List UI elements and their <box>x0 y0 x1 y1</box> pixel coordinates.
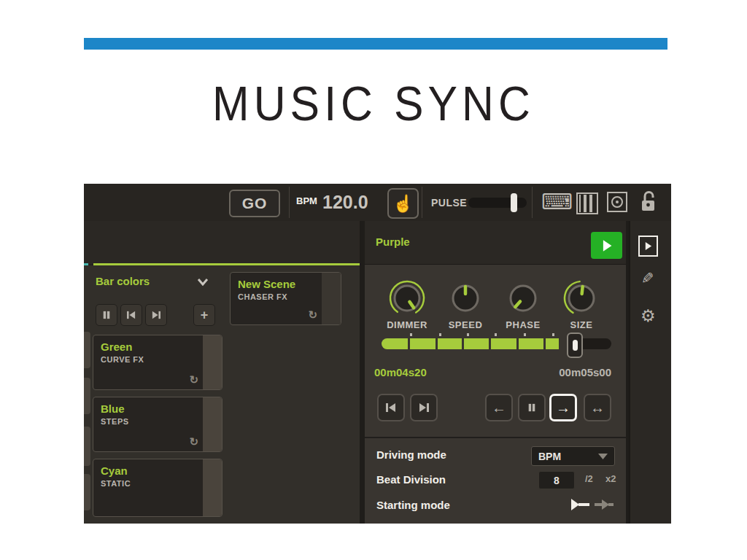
unlock-icon[interactable] <box>639 189 658 214</box>
bounce-mode-button[interactable]: ↔ <box>584 394 611 421</box>
bpm-label: BPM <box>296 195 317 206</box>
total-time: 00m05s00 <box>492 366 611 378</box>
divide-by-two-button[interactable]: /2 <box>585 473 593 484</box>
loop-icon[interactable]: ↻ <box>189 435 198 448</box>
group-title[interactable]: Bar colors <box>96 275 150 287</box>
skip-forward-icon <box>151 311 161 319</box>
pause-button[interactable] <box>518 394 546 421</box>
knob-label: PHASE <box>494 319 552 330</box>
loop-icon[interactable]: ↻ <box>189 373 198 386</box>
scene-subtitle: CURVE FX <box>101 355 144 364</box>
scene-card-strip <box>203 335 222 389</box>
clipped-scene-fragment <box>84 332 90 368</box>
beat-tick <box>524 333 526 336</box>
arrow-left-icon: ← <box>492 400 506 415</box>
pulse-slider[interactable] <box>468 198 527 208</box>
driving-mode-label: Driving mode <box>376 448 446 461</box>
group-pause-button[interactable] <box>96 304 117 326</box>
pulse-label: PULSE <box>431 197 467 209</box>
beat-division-value[interactable]: 8 <box>538 471 575 489</box>
play-backward-button[interactable]: ← <box>485 394 513 421</box>
toolbar: GO BPM 120.0 ☝ PULSE ⌨ <box>84 184 671 222</box>
elapsed-time: 00m04s20 <box>374 366 427 378</box>
skip-end-button[interactable] <box>410 394 438 421</box>
size-knob[interactable] <box>560 277 603 322</box>
settings-gear-icon[interactable]: ⚙ <box>640 306 656 326</box>
section-divider <box>365 437 626 438</box>
progress-segment <box>491 338 516 349</box>
speed-knob[interactable] <box>444 277 487 322</box>
loop-icon[interactable]: ↻ <box>308 308 317 322</box>
effect-title: Purple <box>376 236 410 248</box>
midi-piano-icon[interactable] <box>576 192 598 214</box>
go-button[interactable]: GO <box>229 190 280 217</box>
timeline-progress-bar[interactable] <box>382 338 567 349</box>
scene-card-strip <box>203 459 222 516</box>
group-next-button[interactable] <box>145 304 167 326</box>
playhead-pill <box>573 340 578 351</box>
scene-subtitle: STEPS <box>101 417 129 426</box>
go-button-label: GO <box>242 195 268 212</box>
scene-card-cyan[interactable]: Cyan STATIC <box>93 459 222 517</box>
skip-start-button[interactable] <box>377 394 405 421</box>
chevron-down-icon[interactable] <box>197 279 209 286</box>
skip-forward-icon <box>418 402 430 413</box>
speaker-dot <box>616 201 619 203</box>
edit-pencil-icon[interactable]: ✎ <box>641 270 654 287</box>
scene-subtitle: STATIC <box>101 479 131 488</box>
progress-segment <box>382 338 408 349</box>
start-on-beat-icon[interactable] <box>571 499 590 510</box>
knob-label: SIZE <box>552 319 611 330</box>
pulse-slider-thumb[interactable] <box>511 193 517 212</box>
scene-list-panel: Bar colors + <box>84 265 360 524</box>
group-previous-button[interactable] <box>120 304 142 326</box>
caret-down-icon <box>598 454 608 459</box>
pause-icon <box>102 311 111 319</box>
music-sync-app-screenshot: GO BPM 120.0 ☝ PULSE ⌨ <box>84 184 671 524</box>
play-icon <box>600 239 614 252</box>
scene-card-blue[interactable]: Blue STEPS ↻ <box>93 397 222 452</box>
clipped-scene-fragment <box>84 474 90 510</box>
beat-division-label: Beat Division <box>376 473 446 486</box>
play-forward-button[interactable]: → <box>549 394 577 421</box>
starting-mode-label: Starting mode <box>376 499 450 511</box>
audio-output-icon[interactable] <box>607 192 627 212</box>
beat-tick <box>439 333 441 336</box>
left-panel-header <box>84 221 360 264</box>
driving-mode-dropdown[interactable]: BPM <box>531 446 615 466</box>
scene-title: Green <box>101 341 132 353</box>
tap-hand-icon: ☝ <box>392 194 414 214</box>
arrow-right-icon: → <box>556 400 570 415</box>
speaker-ring <box>611 196 623 208</box>
dimmer-knob[interactable] <box>386 277 428 322</box>
scene-card-strip <box>203 397 222 451</box>
timeline-playhead[interactable] <box>567 332 583 358</box>
toolbar-divider <box>422 187 422 218</box>
scene-subtitle: CHASER FX <box>238 292 287 301</box>
phase-knob[interactable] <box>502 277 544 322</box>
effect-play-button[interactable] <box>591 232 622 259</box>
keyboard-icon[interactable]: ⌨ <box>541 190 573 214</box>
beat-tick <box>552 333 554 336</box>
progress-segment <box>438 338 462 349</box>
bpm-value[interactable]: 120.0 <box>322 192 368 213</box>
scene-card-green[interactable]: Green CURVE FX ↻ <box>93 335 222 390</box>
scene-card-new-scene[interactable]: New Scene CHASER FX ↻ <box>230 272 341 325</box>
beat-tick <box>495 333 497 336</box>
start-immediate-icon[interactable] <box>595 499 614 510</box>
tap-tempo-button[interactable]: ☝ <box>387 188 419 219</box>
add-scene-button[interactable]: + <box>193 304 215 326</box>
progress-segment <box>464 338 489 349</box>
multiply-by-two-button[interactable]: x2 <box>605 473 616 484</box>
scene-title: Blue <box>101 402 125 415</box>
slide-accent-bar <box>84 38 667 50</box>
progress-segment <box>546 338 559 349</box>
scene-card-strip <box>322 273 341 324</box>
pause-icon <box>527 402 536 413</box>
slide-title: MUSIC SYNC <box>30 76 717 131</box>
clipped-scene-fragment <box>84 427 90 466</box>
knob-label: SPEED <box>436 319 495 330</box>
sidebar-live-tab[interactable] <box>638 236 658 257</box>
progress-segment <box>410 338 436 349</box>
toolbar-divider <box>532 187 533 218</box>
